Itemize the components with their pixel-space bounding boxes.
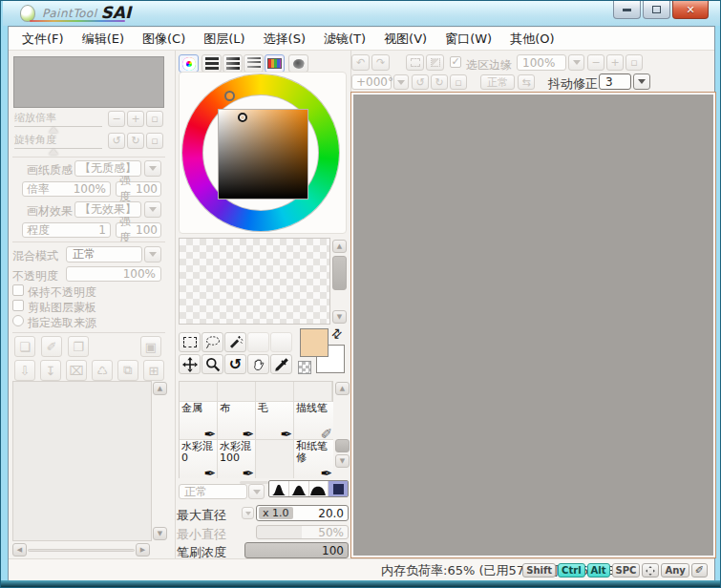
brush-scroll-down-button[interactable]: ▼ xyxy=(335,454,350,468)
saturation-value-square[interactable] xyxy=(219,110,307,199)
color-wheel-tab[interactable] xyxy=(179,54,199,73)
blend-mode-select[interactable]: 正常 xyxy=(66,246,142,262)
hsv-slider-tab[interactable] xyxy=(223,54,243,73)
navigator-rotate-slider-thumb[interactable] xyxy=(49,149,58,155)
stabilizer-dropdown-button[interactable] xyxy=(633,74,650,90)
transparent-color-toggle[interactable] xyxy=(298,361,311,374)
paste-layer-button[interactable]: ⊞ xyxy=(143,360,164,381)
sv-selector[interactable] xyxy=(238,113,247,122)
effect-degree-slider[interactable]: 程度 1 xyxy=(22,222,111,238)
brush-scroll-up-button[interactable]: ▲ xyxy=(335,382,350,395)
effect-strength-slider[interactable]: 强度 100 xyxy=(116,222,161,238)
clear-layer-button[interactable]: ⌧ xyxy=(66,360,87,381)
rect-select-tool[interactable] xyxy=(179,332,201,352)
menu-other[interactable]: 其他(O) xyxy=(510,31,554,48)
eyedropper-tool[interactable] xyxy=(270,354,292,374)
nav-zoom-reset-button[interactable]: ▫ xyxy=(146,111,163,127)
rotate-reset-button[interactable]: ▫ xyxy=(450,74,467,90)
swatches-tab[interactable] xyxy=(265,54,285,73)
new-layer-button[interactable]: ❏ xyxy=(14,336,35,357)
brush-scroll-thumb[interactable] xyxy=(335,439,350,452)
selection-edge-checkbox[interactable]: ✓ xyxy=(450,56,461,68)
move-tool[interactable] xyxy=(179,354,201,374)
normal-view-button[interactable]: 正常 xyxy=(480,74,515,90)
brush-slot-empty[interactable] xyxy=(256,440,294,478)
brush-cloth[interactable]: 布✒ xyxy=(218,402,256,440)
transfer-down-button[interactable]: ⇩ xyxy=(14,360,35,381)
max-diameter-dropdown-button[interactable] xyxy=(242,507,254,519)
copy-layer-button[interactable]: ⧉ xyxy=(117,360,138,381)
layers-list[interactable] xyxy=(12,381,152,541)
stabilizer-value-field[interactable]: 3 xyxy=(599,74,631,90)
brush-line-pen[interactable]: 描线笔✐ xyxy=(294,402,333,440)
brush-mode-dropdown-button[interactable] xyxy=(248,484,265,499)
mixed-slider-tab[interactable] xyxy=(244,54,264,73)
layer-mask-button[interactable]: ▣ xyxy=(140,336,161,357)
brush-fur[interactable]: 毛✒ xyxy=(256,402,294,440)
scratchpad-area[interactable] xyxy=(179,238,330,325)
max-diameter-slider[interactable]: x 1.0 20.0 xyxy=(256,505,349,521)
brush-watercolor-100[interactable]: 水彩混100✒ xyxy=(218,440,256,478)
preserve-opacity-checkbox[interactable] xyxy=(12,284,24,296)
nav-rotate-cw-button[interactable]: ↻ xyxy=(127,133,144,149)
navigator-rotate-slider[interactable] xyxy=(14,148,102,149)
zoom-in-button[interactable]: + xyxy=(606,54,624,71)
nav-rotate-reset-button[interactable]: ▫ xyxy=(146,133,163,149)
brush-watercolor-0[interactable]: 水彩混0✒ xyxy=(180,440,218,478)
menu-layer[interactable]: 图层(L) xyxy=(203,31,244,48)
lasso-tool[interactable] xyxy=(201,332,223,352)
menu-edit[interactable]: 编辑(E) xyxy=(82,31,124,48)
rgb-slider-tab[interactable] xyxy=(201,54,222,73)
layers-scroll-right-button[interactable]: ▶ xyxy=(136,543,150,556)
brush-mode-select[interactable]: 正常 xyxy=(179,484,247,499)
new-vector-layer-button[interactable]: ✐ xyxy=(41,336,62,357)
layers-hscroll-track[interactable] xyxy=(28,549,135,552)
brush-tip-medium[interactable] xyxy=(289,481,309,496)
min-diameter-slider[interactable]: 50% xyxy=(256,525,349,539)
brush-slot-empty[interactable] xyxy=(180,382,218,402)
minimize-button[interactable] xyxy=(613,1,641,19)
layers-scroll-up-button[interactable]: ▲ xyxy=(153,382,167,395)
redo-button[interactable]: ↷ xyxy=(371,54,390,71)
deselect-button[interactable] xyxy=(406,54,424,71)
brush-tip-hard[interactable] xyxy=(309,481,329,496)
clipping-mask-checkbox[interactable] xyxy=(12,300,24,311)
layers-scroll-left-button[interactable]: ◀ xyxy=(12,543,27,556)
empty-tool-slot[interactable] xyxy=(247,332,269,352)
undo-button[interactable]: ↶ xyxy=(351,54,370,71)
brush-slot-empty[interactable] xyxy=(294,382,332,402)
blend-mode-dropdown-button[interactable] xyxy=(144,246,161,262)
scratchpad-scroll-up-button[interactable]: ▲ xyxy=(332,240,347,253)
maximize-button[interactable] xyxy=(643,1,670,19)
primary-color-swatch[interactable] xyxy=(300,328,329,357)
close-button[interactable]: ✕ xyxy=(672,1,709,19)
flip-horizontal-button[interactable]: ⇆ xyxy=(518,74,535,90)
zoom-tool[interactable] xyxy=(201,354,223,374)
canvas-zoom-dropdown-button[interactable] xyxy=(568,54,584,71)
nav-rotate-ccw-button[interactable]: ↺ xyxy=(108,133,125,149)
brush-slot-empty[interactable] xyxy=(256,382,294,402)
navigator-preview[interactable] xyxy=(13,56,164,108)
zoom-out-button[interactable]: − xyxy=(587,54,604,71)
max-diameter-multiplier[interactable]: x 1.0 xyxy=(259,507,293,519)
menu-file[interactable]: 文件(F) xyxy=(22,31,64,48)
canvas-angle-field[interactable]: +000° xyxy=(351,74,392,90)
zoom-reset-button[interactable]: ▫ xyxy=(626,54,643,71)
rotate-canvas-tool[interactable]: ↺ xyxy=(224,354,246,374)
rotate-ccw-button[interactable]: ↺ xyxy=(412,74,429,90)
invert-selection-button[interactable] xyxy=(426,54,444,71)
opacity-slider[interactable]: 100% xyxy=(66,266,161,282)
scratchpad-tab[interactable] xyxy=(288,54,308,73)
scratchpad-scroll-down-button[interactable]: ▼ xyxy=(332,310,347,324)
drawing-canvas[interactable] xyxy=(351,93,715,557)
layers-scroll-down-button[interactable]: ▼ xyxy=(153,527,167,540)
menu-image[interactable]: 图像(C) xyxy=(142,31,185,48)
paper-texture-dropdown-button[interactable] xyxy=(144,160,161,177)
menu-filter[interactable]: 滤镜(T) xyxy=(324,31,366,48)
selection-source-radio[interactable] xyxy=(12,315,24,326)
nav-zoom-out-button[interactable]: − xyxy=(108,111,125,127)
rotate-cw-button[interactable]: ↻ xyxy=(431,74,448,90)
density-slider[interactable]: 100 xyxy=(244,542,349,558)
menu-view[interactable]: 视图(V) xyxy=(384,31,427,48)
brush-tip-square-selected[interactable] xyxy=(329,481,348,496)
